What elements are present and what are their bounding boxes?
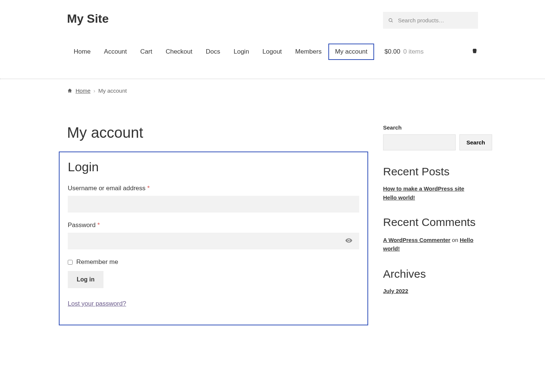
remember-checkbox[interactable] xyxy=(68,260,73,265)
login-button[interactable]: Log in xyxy=(68,271,103,288)
nav-item-cart[interactable]: Cart xyxy=(134,44,159,60)
sidebar-search-button[interactable]: Search xyxy=(459,134,492,150)
breadcrumb: Home › My account xyxy=(67,79,478,102)
chevron-right-icon: › xyxy=(93,87,95,94)
nav-item-logout[interactable]: Logout xyxy=(256,44,289,60)
nav-item-members[interactable]: Members xyxy=(289,44,328,60)
nav-item-login[interactable]: Login xyxy=(227,44,256,60)
cart-item-count: 0 items xyxy=(403,48,424,55)
svg-line-1 xyxy=(392,21,393,22)
nav-item-account[interactable]: Account xyxy=(97,44,133,60)
sidebar-search-input[interactable] xyxy=(383,134,456,150)
username-label: Username or email address * xyxy=(68,185,359,192)
password-label: Password * xyxy=(68,222,359,229)
login-heading: Login xyxy=(68,160,359,174)
svg-point-0 xyxy=(389,18,392,21)
cart-summary[interactable]: $0.00 0 items xyxy=(385,48,478,56)
breadcrumb-current: My account xyxy=(98,87,127,94)
nav-item-home[interactable]: Home xyxy=(67,44,97,60)
nav-item-docs[interactable]: Docs xyxy=(199,44,227,60)
lost-password-link[interactable]: Lost your password? xyxy=(68,300,126,307)
recent-posts-heading: Recent Posts xyxy=(383,165,478,178)
recent-post-link[interactable]: Hello world! xyxy=(383,194,415,201)
eye-icon[interactable] xyxy=(345,237,353,246)
cart-amount: $0.00 xyxy=(385,48,401,55)
product-search-input[interactable] xyxy=(383,12,478,29)
archive-link[interactable]: July 2022 xyxy=(383,288,408,294)
page-title: My account xyxy=(67,124,368,141)
remember-label[interactable]: Remember me xyxy=(76,258,118,266)
site-title[interactable]: My Site xyxy=(67,12,109,26)
recent-post-link[interactable]: How to make a WordPress site xyxy=(383,185,464,192)
archives-heading: Archives xyxy=(383,268,478,280)
commenter-link[interactable]: A WordPress Commenter xyxy=(383,237,450,243)
primary-nav: Home Account Cart Checkout Docs Login Lo… xyxy=(67,44,374,60)
search-icon xyxy=(388,18,393,23)
breadcrumb-home[interactable]: Home xyxy=(76,87,90,94)
nav-item-my-account[interactable]: My account xyxy=(328,44,374,60)
sidebar-search-label: Search xyxy=(383,124,478,131)
nav-item-checkout[interactable]: Checkout xyxy=(159,44,199,60)
recent-comments-heading: Recent Comments xyxy=(383,216,478,229)
password-input[interactable] xyxy=(68,233,359,249)
recent-comment-item: A WordPress Commenter on Hello world! xyxy=(383,236,478,253)
basket-icon xyxy=(471,48,478,56)
username-input[interactable] xyxy=(68,196,359,213)
home-icon xyxy=(67,88,73,93)
login-form-box: Login Username or email address * Passwo… xyxy=(59,152,368,325)
product-search-box xyxy=(383,12,478,29)
